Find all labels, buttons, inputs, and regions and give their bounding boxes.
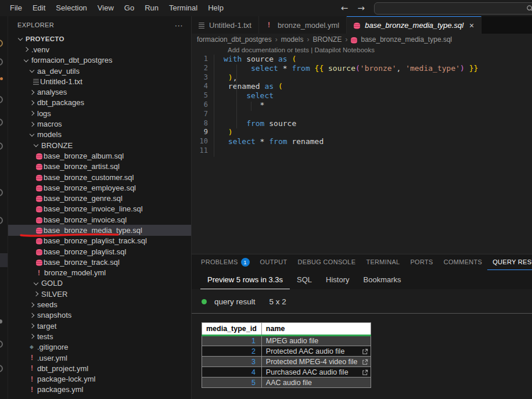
tree-item[interactable]: analyses [8,87,191,97]
tree-item[interactable]: GOLD [8,278,191,289]
menu-item[interactable]: Terminal [164,0,203,16]
tree-item[interactable]: target [8,321,191,331]
column-header-name[interactable]: name [261,323,371,336]
cell-name: AAC audio file [261,378,371,388]
file-type-icon [199,23,204,29]
code-line[interactable]: 5 select [192,91,532,100]
activity-bar[interactable] [0,16,8,399]
tree-item[interactable]: base_bronze_artist.sql [8,161,191,172]
menu-item[interactable]: View [92,0,119,16]
tree-item[interactable]: base_bronze_employee.sql [8,182,191,193]
search-input[interactable] [378,3,526,13]
cell-name: Protected AAC audio file [261,346,371,357]
more-actions-icon[interactable]: ··· [175,21,183,30]
breadcrumb-item[interactable]: formacion_dbt_postgres [197,35,281,44]
cell-name: Purchased AAC audio file [261,367,371,378]
panel-tab[interactable]: OUTPUT [255,254,293,270]
result-subtab[interactable]: Preview 5 rows in 3.3s [200,270,290,289]
forward-arrow-icon[interactable]: → [357,3,365,13]
tree-item[interactable]: formacion_dbt_postgres [8,55,191,66]
table-row[interactable]: 1 MPEG audio file [202,336,371,346]
code-editor[interactable]: 1with source as (2 select * from {{ sour… [192,55,532,254]
tree-item[interactable]: dbt_packages [8,98,191,108]
result-subtab[interactable]: History [319,270,356,289]
menu-item[interactable]: File [5,0,27,16]
tree-item[interactable]: base_bronze_customer.sql [8,172,191,182]
tree-item[interactable]: SILVER [8,289,191,299]
breadcrumb-item[interactable]: BRONZE [312,35,351,44]
file-type-icon [29,343,36,351]
tree-item[interactable]: bronze_model.yml [8,268,191,278]
tree-item[interactable]: Untitled-1.txt [8,76,191,87]
tree-item[interactable]: aa_dev_utils [8,66,191,76]
tree-item[interactable]: snapshots [8,310,191,321]
table-row[interactable]: 5 AAC audio file [202,378,371,388]
breadcrumb-file[interactable]: base_bronze_media_type.sql [351,35,452,44]
result-subtab[interactable]: SQL [290,270,319,289]
code-line[interactable]: 6 * [192,100,532,110]
code-text: select * from renamed [208,137,323,146]
menu-item[interactable]: Help [203,0,229,16]
breadcrumb-item[interactable]: models [281,35,313,44]
table-row[interactable]: 4 Purchased AAC audio file [202,367,371,378]
code-line[interactable]: 3 ), [192,73,532,82]
editor-tab[interactable]: bronze_model.yml × [259,16,347,34]
code-line[interactable]: 11 [192,146,532,156]
editor-tab[interactable]: base_bronze_media_type.sql × [347,16,481,34]
tree-item[interactable]: base_bronze_invoice.sql [8,214,191,225]
close-icon[interactable]: × [469,21,474,30]
tree-item[interactable]: base_bronze_album.sql [8,150,191,161]
external-link-icon[interactable] [362,348,368,355]
tree-item[interactable]: base_bronze_invoice_line.sql [8,204,191,214]
external-link-icon[interactable] [362,369,368,376]
code-line[interactable]: 7 [192,110,532,119]
panel-tab[interactable]: QUERY RESULTS [487,254,532,270]
tree-item[interactable]: base_bronze_track.sql [8,257,191,267]
panel-tab[interactable]: COMMENTS [438,254,488,270]
tree-item[interactable]: base_bronze_playlist_track.sql [8,236,191,246]
menu-item[interactable]: Run [139,0,164,16]
tree-item[interactable]: .venv [8,44,191,55]
menu-item[interactable]: Go [119,0,139,16]
external-link-icon[interactable] [362,359,368,365]
tree-item[interactable]: base_bronze_genre.sql [8,193,191,203]
code-line[interactable]: 8 from source [192,119,532,128]
tree-item[interactable]: package-lock.yml [8,374,191,384]
panel-tab-label: DEBUG CONSOLE [298,258,356,265]
code-line[interactable]: 9 ) [192,128,532,137]
tree-item[interactable]: logs [8,108,191,118]
panel-tab[interactable]: PROBLEMS 1 [196,254,255,270]
cell-media-type-id: 3 [202,357,262,367]
code-line[interactable]: 2 select * from {{ source('bronze', 'med… [192,64,532,73]
back-arrow-icon[interactable]: ← [341,3,348,13]
tree-item[interactable]: packages.yml [8,384,191,395]
table-row[interactable]: 2 Protected AAC audio file [202,346,371,357]
editor-tab[interactable]: Untitled-1.txt × [192,16,259,34]
code-lens[interactable]: Add documentation or tests | Datapilot N… [192,45,532,55]
tree-item[interactable]: tests [8,331,191,342]
tree-item[interactable]: base_bronze_playlist.sql [8,246,191,257]
tree-item[interactable]: base_bronze_media_type.sql [8,225,191,235]
result-subtab[interactable]: Bookmarks [357,270,408,289]
tree-item[interactable]: models [8,130,191,140]
tree-item[interactable]: BRONZE [8,140,191,150]
tree-item[interactable]: .user.yml [8,353,191,363]
tree-item[interactable]: dbt_project.yml [8,363,191,373]
code-line[interactable]: 1with source as ( [192,55,532,64]
command-search-box[interactable] [374,2,532,15]
table-row[interactable]: 3 Protected MPEG-4 video file [202,357,371,367]
column-header-media-type-id[interactable]: media_type_id [202,323,262,336]
code-line[interactable]: 10 select * from renamed [192,137,532,146]
tree-item[interactable]: seeds [8,299,191,310]
file-tree: PROYECTO .venv formacion_dbt_postgres [8,34,191,399]
panel-tab[interactable]: DEBUG CONSOLE [293,254,361,270]
code-line[interactable]: 4 renamed as ( [192,82,532,91]
panel-tab[interactable]: TERMINAL [361,254,405,270]
menu-item[interactable]: Selection [51,0,92,16]
menu-item[interactable]: Edit [27,0,51,16]
panel-tab[interactable]: PORTS [405,254,438,270]
tree-item[interactable]: .gitignore [8,342,191,353]
history-nav: ← → [341,3,365,13]
tree-item[interactable]: macros [8,118,191,129]
tree-item[interactable]: PROYECTO [8,34,191,44]
